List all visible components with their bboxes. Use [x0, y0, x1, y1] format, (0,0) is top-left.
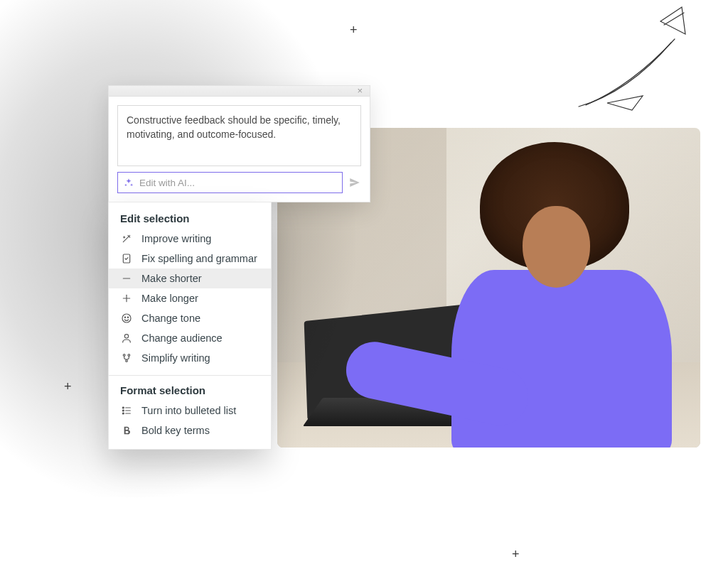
- menu-item-label: Turn into bulleted list: [141, 405, 236, 416]
- edit-item-6[interactable]: Simplify writing: [109, 348, 271, 368]
- panel-titlebar: ×: [109, 86, 370, 97]
- bulleted-list-icon: [120, 405, 133, 416]
- svg-point-11: [122, 407, 124, 408]
- ai-prompt-input[interactable]: [138, 173, 336, 192]
- close-icon[interactable]: ×: [354, 85, 365, 96]
- edit-item-5[interactable]: Change audience: [109, 328, 271, 348]
- menu-item-label: Bold key terms: [141, 425, 210, 436]
- svg-point-4: [122, 314, 131, 322]
- svg-point-6: [127, 317, 128, 318]
- svg-point-13: [122, 413, 124, 414]
- decorative-plus: +: [64, 379, 72, 394]
- menu-item-label: Change tone: [141, 313, 200, 324]
- menu-divider: [109, 375, 271, 376]
- spellcheck-icon: [120, 253, 133, 264]
- ai-prompt-input-wrapper[interactable]: [117, 172, 343, 193]
- selected-text-box[interactable]: Constructive feedback should be specific…: [117, 105, 361, 166]
- smile-icon: [120, 313, 133, 324]
- svg-point-10: [126, 360, 128, 362]
- magic-wand-icon: [120, 233, 133, 244]
- edit-selection-title: Edit selection: [109, 212, 271, 229]
- edit-item-3[interactable]: Make longer: [109, 288, 271, 308]
- format-selection-title: Format selection: [109, 384, 271, 401]
- decorative-plus: +: [512, 547, 520, 562]
- edit-item-1[interactable]: Fix spelling and grammar: [109, 249, 271, 269]
- minus-icon: [120, 273, 133, 284]
- menu-item-label: Improve writing: [141, 233, 211, 244]
- person-icon: [120, 332, 133, 344]
- simplify-icon: [120, 352, 133, 364]
- svg-point-7: [124, 335, 128, 338]
- menu-item-label: Make longer: [141, 293, 198, 304]
- menu-item-label: Fix spelling and grammar: [141, 253, 257, 264]
- bold-icon: [120, 425, 133, 436]
- edit-item-0[interactable]: Improve writing: [109, 229, 271, 249]
- edit-item-2[interactable]: Make shorter: [109, 269, 271, 288]
- decorative-plus: +: [350, 23, 358, 38]
- ai-compose-panel: × Constructive feedback should be specif…: [108, 85, 370, 202]
- format-item-0[interactable]: Turn into bulleted list: [109, 401, 271, 421]
- decorative-sketch-arrow: [564, 0, 707, 121]
- menu-item-label: Make shorter: [141, 273, 202, 284]
- svg-point-5: [124, 317, 125, 318]
- svg-point-12: [122, 410, 124, 411]
- format-item-1[interactable]: Bold key terms: [109, 421, 271, 440]
- plus-icon: [120, 293, 133, 304]
- edit-item-4[interactable]: Change tone: [109, 308, 271, 328]
- ai-edit-menu: Edit selection Improve writingFix spelli…: [108, 202, 272, 450]
- menu-item-label: Change audience: [141, 332, 223, 344]
- menu-item-label: Simplify writing: [141, 352, 210, 364]
- send-icon[interactable]: [348, 176, 361, 189]
- sparkle-icon: [124, 178, 134, 188]
